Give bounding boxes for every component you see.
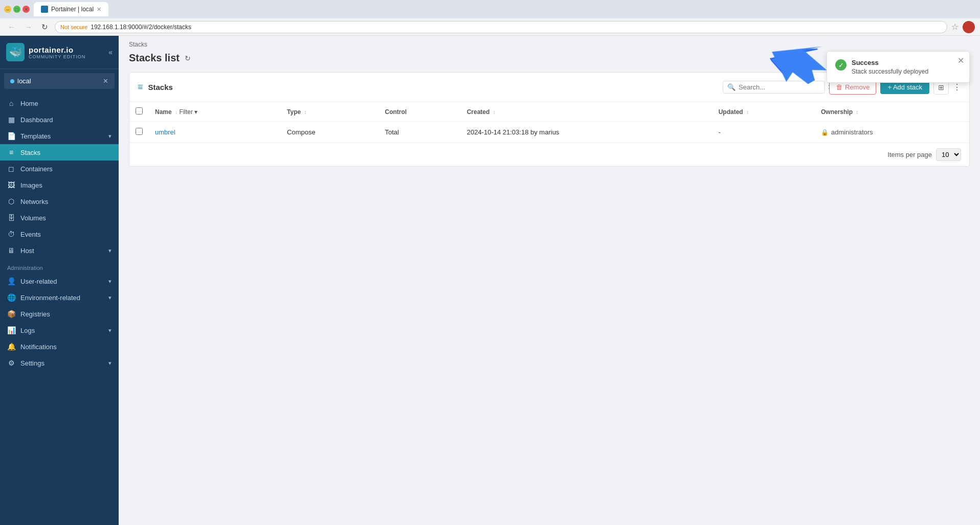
sort-icon: ↓ <box>175 109 177 115</box>
sidebar-item-notifications[interactable]: 🔔 Notifications <box>0 338 119 355</box>
sidebar-item-events[interactable]: ⏱ Events <box>0 226 119 242</box>
add-stack-label: + Add stack <box>887 83 922 91</box>
sidebar-item-settings[interactable]: ⚙ Settings ▾ <box>0 355 119 371</box>
ownership-value: 🔒 administrators <box>821 128 963 136</box>
sidebar-item-host[interactable]: 🖥 Host ▾ <box>0 242 119 259</box>
table-body: umbrel Compose Total 2024-10-14 21:03:18… <box>129 122 969 143</box>
table-row: umbrel Compose Total 2024-10-14 21:03:18… <box>129 122 969 143</box>
tab-close-button[interactable]: ✕ <box>97 6 101 13</box>
nav-bar: ← → ↻ Not secure 192.168.1.18:9000/#/2/d… <box>0 18 980 36</box>
more-options-button[interactable]: ⋮ <box>953 82 961 92</box>
sidebar-item-label: Events <box>20 231 112 238</box>
sidebar-item-label: Images <box>20 181 112 189</box>
bookmark-button[interactable]: ☆ <box>951 22 959 32</box>
sidebar-item-label: Templates <box>20 132 103 140</box>
address-bar[interactable]: Not secure 192.168.1.18:9000/#/2/docker/… <box>55 21 947 33</box>
window-controls[interactable]: – □ ✕ <box>4 6 30 13</box>
tab-bar: Portainer | local ✕ <box>34 2 108 16</box>
logo-area: 🐳 portainer.io Community Edition <box>6 43 85 61</box>
row-name-cell: umbrel <box>149 122 281 143</box>
sidebar-item-label: Notifications <box>20 343 112 351</box>
sidebar-item-logs[interactable]: 📊 Logs ▾ <box>0 322 119 338</box>
search-input[interactable] <box>739 83 825 91</box>
sidebar-item-user-related[interactable]: 👤 User-related ▾ <box>0 273 119 289</box>
created-column-header[interactable]: Created ↕ <box>461 102 712 122</box>
env-left: local <box>10 77 31 85</box>
sort-icon: ↕ <box>493 109 496 115</box>
reload-button[interactable]: ↻ <box>39 21 51 33</box>
environment-selector[interactable]: local ✕ <box>4 73 115 89</box>
sidebar-item-images[interactable]: 🖼 Images <box>0 177 119 193</box>
control-column-header: Control <box>378 102 460 122</box>
settings-icon: ⚙ <box>7 359 15 367</box>
sidebar-item-label: Volumes <box>20 214 112 222</box>
refresh-button[interactable]: ↻ <box>185 54 191 62</box>
updated-column-header[interactable]: Updated ↕ <box>712 102 815 122</box>
per-page-select[interactable]: 10 25 50 <box>936 148 961 161</box>
logo-text: portainer.io Community Edition <box>29 45 85 59</box>
env-status-dot <box>10 79 14 83</box>
stacks-panel-title: ≡ Stacks <box>138 82 173 93</box>
forward-button[interactable]: → <box>22 21 35 32</box>
lock-icon: 🔒 <box>821 129 829 136</box>
env-close-button[interactable]: ✕ <box>103 77 108 85</box>
select-all-column <box>129 102 149 122</box>
sidebar-item-templates[interactable]: 📄 Templates ▾ <box>0 128 119 144</box>
sidebar-item-networks[interactable]: ⬡ Networks <box>0 193 119 210</box>
table-footer: Items per page 10 25 50 <box>129 143 969 166</box>
registries-icon: 📦 <box>7 310 15 318</box>
nav-actions: ☆ <box>951 21 975 33</box>
sidebar-item-volumes[interactable]: 🗄 Volumes <box>0 210 119 226</box>
profile-avatar[interactable] <box>963 21 975 33</box>
stack-name-link[interactable]: umbrel <box>155 128 175 136</box>
ownership-column-header[interactable]: Ownership ↕ <box>815 102 969 122</box>
sidebar-item-dashboard[interactable]: ▦ Dashboard <box>0 111 119 128</box>
filter-button[interactable]: Filter ▾ <box>179 108 197 116</box>
name-column-header[interactable]: Name ↓ Filter ▾ <box>149 102 281 122</box>
sidebar-item-label: Host <box>20 247 103 255</box>
select-all-checkbox[interactable] <box>136 107 143 115</box>
stacks-panel: ≡ Stacks 🔍 ✕ 🗑 Remove + Add stack <box>129 72 970 167</box>
type-column-header[interactable]: Type ↕ <box>281 102 378 122</box>
items-per-page-label: Items per page <box>887 151 932 158</box>
sidebar-item-stacks[interactable]: ≡ Stacks <box>0 144 119 161</box>
close-window-button[interactable]: ✕ <box>23 6 30 13</box>
back-button[interactable]: ← <box>5 21 18 32</box>
sidebar-item-registries[interactable]: 📦 Registries <box>0 306 119 322</box>
notification-close-button[interactable]: ✕ <box>957 56 964 65</box>
chevron-down-icon: ▾ <box>108 360 112 367</box>
logs-icon: 📊 <box>7 326 15 334</box>
sort-icon: ↕ <box>856 109 858 115</box>
sidebar-collapse-button[interactable]: « <box>108 48 113 56</box>
ownership-text: administrators <box>831 128 873 136</box>
chevron-down-icon: ▾ <box>108 278 112 285</box>
sidebar-item-label: Logs <box>20 327 103 334</box>
sidebar-item-label: Networks <box>20 198 112 206</box>
search-box[interactable]: 🔍 ✕ <box>723 81 825 94</box>
sidebar-logo: 🐳 portainer.io Community Edition « <box>0 36 119 69</box>
active-tab[interactable]: Portainer | local ✕ <box>34 2 108 16</box>
search-icon: 🔍 <box>727 83 736 91</box>
row-ownership-cell: 🔒 administrators <box>815 122 969 143</box>
sort-icon: ↕ <box>304 109 307 115</box>
row-control-cell: Total <box>378 122 460 143</box>
tab-favicon <box>41 6 48 13</box>
notification-title: Success <box>852 59 961 66</box>
sidebar: 🐳 portainer.io Community Edition « local… <box>0 36 119 525</box>
control-value: Total <box>385 128 398 136</box>
success-notification: ✓ Success Stack successfully deployed ✕ <box>827 51 970 83</box>
home-icon: ⌂ <box>7 99 15 107</box>
templates-icon: 📄 <box>7 132 15 140</box>
volumes-icon: 🗄 <box>7 214 15 222</box>
sidebar-item-environment-related[interactable]: 🌐 Environment-related ▾ <box>0 289 119 306</box>
logo-icon: 🐳 <box>6 43 25 61</box>
maximize-button[interactable]: □ <box>13 6 20 13</box>
notification-content: Success Stack successfully deployed <box>852 59 961 75</box>
sidebar-item-containers[interactable]: ◻ Containers <box>0 161 119 177</box>
app-layout: 🐳 portainer.io Community Edition « local… <box>0 36 980 525</box>
sidebar-item-home[interactable]: ⌂ Home <box>0 95 119 111</box>
dashboard-icon: ▦ <box>7 116 15 124</box>
minimize-button[interactable]: – <box>4 6 11 13</box>
environment-related-icon: 🌐 <box>7 293 15 302</box>
row-checkbox[interactable] <box>136 128 143 135</box>
